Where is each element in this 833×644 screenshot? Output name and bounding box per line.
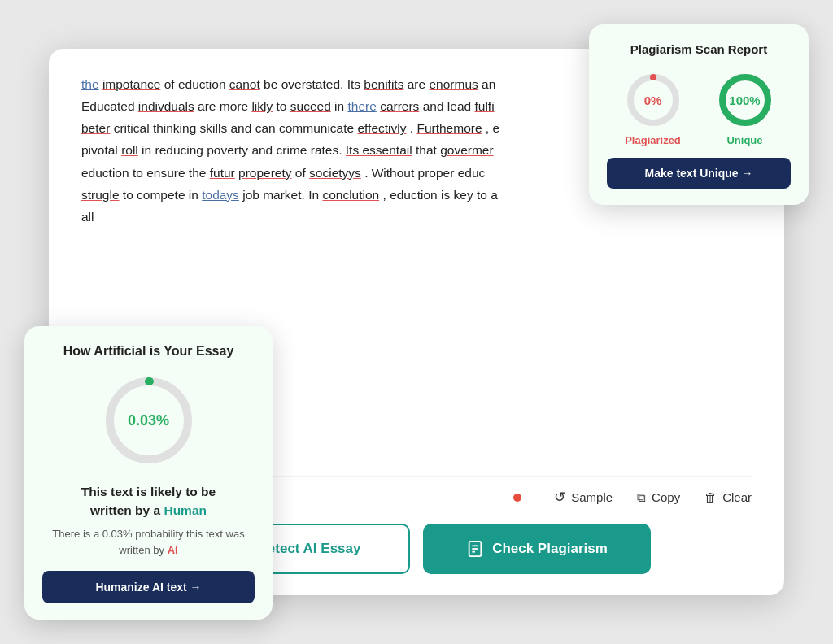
word-the: the — [81, 77, 99, 91]
ai-description-text: There is a 0.03% probability this text w… — [52, 528, 244, 556]
ai-essay-card: How Artificial is Your Essay 0.03% This … — [24, 326, 273, 620]
word-beter: beter — [81, 121, 110, 135]
copy-label: Copy — [652, 490, 680, 504]
clear-button[interactable]: 🗑 Clear — [704, 490, 752, 504]
word-govermer: govermer — [440, 143, 493, 157]
ai-verdict: This text is likely to be written by a H… — [42, 482, 255, 520]
make-unique-button[interactable]: Make text Unique → — [607, 158, 791, 189]
recording-dot — [513, 494, 521, 502]
humanize-button[interactable]: Humanize AI text → — [42, 571, 255, 603]
ai-donut: 0.03% — [100, 372, 198, 469]
word-impotance: impotance — [102, 77, 161, 91]
word-todays: todays — [202, 188, 239, 202]
word-roll: roll — [121, 143, 138, 157]
word-fulfi: fulfi — [474, 99, 494, 113]
word-carrers: carrers — [380, 99, 419, 113]
plagiarized-value: 0% — [644, 94, 662, 107]
word-there: there — [347, 99, 376, 113]
clear-label: Clear — [722, 490, 752, 504]
ai-card-title: How Artificial is Your Essay — [42, 344, 255, 359]
scan-report-card: Plagiarism Scan Report 0% Plagiarized 10… — [589, 24, 809, 205]
copy-icon: ⧉ — [637, 490, 646, 505]
word-indivduals: indivduals — [138, 99, 194, 113]
word-essentail: Its essentail — [346, 143, 412, 157]
word-likly: likly — [251, 99, 273, 113]
ai-verdict-line1: This text is likely to be — [81, 485, 216, 498]
word-canot: canot — [229, 77, 260, 91]
word-conclution: conclution — [322, 188, 379, 202]
check-plagiarism-button[interactable]: Check Plagiarism — [423, 524, 651, 574]
humanize-label: Humanize AI text → — [95, 581, 201, 594]
plagiarized-donut: 0% — [624, 71, 683, 129]
unique-label: Unique — [726, 134, 762, 146]
trash-icon: 🗑 — [704, 490, 717, 504]
make-unique-label: Make text Unique → — [644, 167, 752, 180]
word-strugle: strugle — [81, 188, 120, 202]
plagiarized-label: Plagiarized — [625, 134, 681, 146]
word-effectivly: effectivly — [357, 121, 406, 135]
check-plagiarism-label: Check Plagiarism — [492, 541, 608, 557]
word-properety: properety — [238, 166, 291, 180]
ai-verdict-line2: written by a — [90, 503, 160, 517]
word-suceed: suceed — [290, 99, 331, 113]
plagiarism-icon — [466, 540, 484, 558]
unique-chart: 100% Unique — [716, 71, 774, 146]
copy-button[interactable]: ⧉ Copy — [637, 490, 680, 505]
ai-human-label: Human — [164, 503, 207, 517]
sample-button[interactable]: ↺ Sample — [554, 489, 613, 506]
unique-value: 100% — [729, 94, 760, 107]
scan-report-title: Plagiarism Scan Report — [607, 42, 791, 56]
unique-donut: 100% — [716, 71, 774, 129]
refresh-icon: ↺ — [554, 489, 565, 506]
detect-ai-label: Detect AI Essay — [258, 541, 361, 557]
scan-report-charts: 0% Plagiarized 100% Unique — [607, 71, 791, 146]
word-furthemore: Furthemore — [416, 121, 482, 135]
plagiarized-chart: 0% Plagiarized — [624, 71, 683, 146]
ai-percent-label: 0.03% — [128, 411, 169, 429]
word-futur: futur — [210, 166, 235, 180]
ai-description: There is a 0.03% probability this text w… — [42, 526, 255, 558]
sample-label: Sample — [571, 490, 613, 504]
word-enormus: enormus — [429, 77, 478, 91]
ai-text-label: AI — [168, 544, 178, 556]
word-benifits: benifits — [364, 77, 403, 91]
word-societyys: societyys — [309, 166, 361, 180]
